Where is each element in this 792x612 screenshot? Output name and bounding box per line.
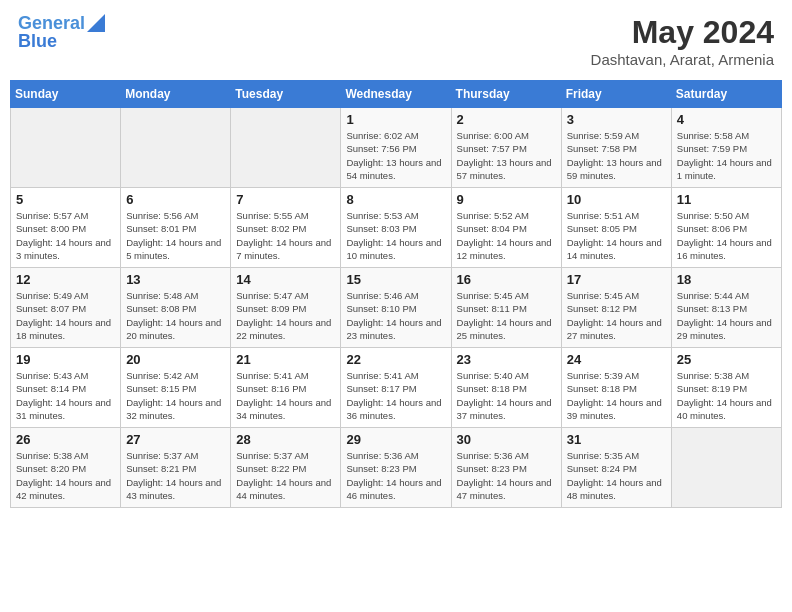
day-info: Sunrise: 5:41 AMSunset: 8:17 PMDaylight:…: [346, 369, 445, 422]
day-number: 19: [16, 352, 115, 367]
day-info: Sunrise: 5:40 AMSunset: 8:18 PMDaylight:…: [457, 369, 556, 422]
day-info: Sunrise: 5:42 AMSunset: 8:15 PMDaylight:…: [126, 369, 225, 422]
day-info: Sunrise: 5:37 AMSunset: 8:21 PMDaylight:…: [126, 449, 225, 502]
day-number: 21: [236, 352, 335, 367]
calendar-cell: 14Sunrise: 5:47 AMSunset: 8:09 PMDayligh…: [231, 268, 341, 348]
calendar-cell: 31Sunrise: 5:35 AMSunset: 8:24 PMDayligh…: [561, 428, 671, 508]
day-number: 6: [126, 192, 225, 207]
calendar-cell: 3Sunrise: 5:59 AMSunset: 7:58 PMDaylight…: [561, 108, 671, 188]
day-info: Sunrise: 5:37 AMSunset: 8:22 PMDaylight:…: [236, 449, 335, 502]
day-number: 4: [677, 112, 776, 127]
calendar-cell: 28Sunrise: 5:37 AMSunset: 8:22 PMDayligh…: [231, 428, 341, 508]
calendar-cell: [121, 108, 231, 188]
day-info: Sunrise: 5:43 AMSunset: 8:14 PMDaylight:…: [16, 369, 115, 422]
day-info: Sunrise: 5:50 AMSunset: 8:06 PMDaylight:…: [677, 209, 776, 262]
calendar-cell: 21Sunrise: 5:41 AMSunset: 8:16 PMDayligh…: [231, 348, 341, 428]
calendar-cell: 2Sunrise: 6:00 AMSunset: 7:57 PMDaylight…: [451, 108, 561, 188]
calendar-cell: [11, 108, 121, 188]
calendar-cell: 10Sunrise: 5:51 AMSunset: 8:05 PMDayligh…: [561, 188, 671, 268]
day-number: 31: [567, 432, 666, 447]
day-info: Sunrise: 5:36 AMSunset: 8:23 PMDaylight:…: [346, 449, 445, 502]
day-number: 9: [457, 192, 556, 207]
day-number: 23: [457, 352, 556, 367]
svg-marker-0: [87, 14, 105, 32]
week-row-2: 5Sunrise: 5:57 AMSunset: 8:00 PMDaylight…: [11, 188, 782, 268]
calendar-cell: 25Sunrise: 5:38 AMSunset: 8:19 PMDayligh…: [671, 348, 781, 428]
week-row-3: 12Sunrise: 5:49 AMSunset: 8:07 PMDayligh…: [11, 268, 782, 348]
header-cell-wednesday: Wednesday: [341, 81, 451, 108]
day-info: Sunrise: 5:49 AMSunset: 8:07 PMDaylight:…: [16, 289, 115, 342]
day-info: Sunrise: 5:58 AMSunset: 7:59 PMDaylight:…: [677, 129, 776, 182]
calendar-cell: 30Sunrise: 5:36 AMSunset: 8:23 PMDayligh…: [451, 428, 561, 508]
day-info: Sunrise: 5:51 AMSunset: 8:05 PMDaylight:…: [567, 209, 666, 262]
logo-triangle-icon: [87, 14, 105, 32]
day-number: 14: [236, 272, 335, 287]
day-number: 24: [567, 352, 666, 367]
month-title: May 2024: [591, 14, 774, 51]
day-info: Sunrise: 5:38 AMSunset: 8:19 PMDaylight:…: [677, 369, 776, 422]
calendar-cell: [231, 108, 341, 188]
calendar-cell: 8Sunrise: 5:53 AMSunset: 8:03 PMDaylight…: [341, 188, 451, 268]
calendar-cell: 4Sunrise: 5:58 AMSunset: 7:59 PMDaylight…: [671, 108, 781, 188]
day-number: 3: [567, 112, 666, 127]
calendar-cell: 26Sunrise: 5:38 AMSunset: 8:20 PMDayligh…: [11, 428, 121, 508]
day-info: Sunrise: 5:56 AMSunset: 8:01 PMDaylight:…: [126, 209, 225, 262]
day-number: 12: [16, 272, 115, 287]
day-number: 8: [346, 192, 445, 207]
calendar-cell: 13Sunrise: 5:48 AMSunset: 8:08 PMDayligh…: [121, 268, 231, 348]
day-info: Sunrise: 5:52 AMSunset: 8:04 PMDaylight:…: [457, 209, 556, 262]
calendar-cell: [671, 428, 781, 508]
day-number: 5: [16, 192, 115, 207]
calendar-cell: 16Sunrise: 5:45 AMSunset: 8:11 PMDayligh…: [451, 268, 561, 348]
week-row-1: 1Sunrise: 6:02 AMSunset: 7:56 PMDaylight…: [11, 108, 782, 188]
day-number: 18: [677, 272, 776, 287]
calendar-cell: 22Sunrise: 5:41 AMSunset: 8:17 PMDayligh…: [341, 348, 451, 428]
day-info: Sunrise: 5:48 AMSunset: 8:08 PMDaylight:…: [126, 289, 225, 342]
calendar-body: 1Sunrise: 6:02 AMSunset: 7:56 PMDaylight…: [11, 108, 782, 508]
header-cell-friday: Friday: [561, 81, 671, 108]
logo-text-line2: Blue: [18, 32, 57, 52]
day-info: Sunrise: 5:46 AMSunset: 8:10 PMDaylight:…: [346, 289, 445, 342]
day-number: 13: [126, 272, 225, 287]
calendar-cell: 12Sunrise: 5:49 AMSunset: 8:07 PMDayligh…: [11, 268, 121, 348]
calendar-cell: 15Sunrise: 5:46 AMSunset: 8:10 PMDayligh…: [341, 268, 451, 348]
week-row-4: 19Sunrise: 5:43 AMSunset: 8:14 PMDayligh…: [11, 348, 782, 428]
day-info: Sunrise: 6:00 AMSunset: 7:57 PMDaylight:…: [457, 129, 556, 182]
day-info: Sunrise: 5:35 AMSunset: 8:24 PMDaylight:…: [567, 449, 666, 502]
day-number: 1: [346, 112, 445, 127]
header-row: SundayMondayTuesdayWednesdayThursdayFrid…: [11, 81, 782, 108]
calendar-cell: 24Sunrise: 5:39 AMSunset: 8:18 PMDayligh…: [561, 348, 671, 428]
day-info: Sunrise: 5:57 AMSunset: 8:00 PMDaylight:…: [16, 209, 115, 262]
calendar-cell: 27Sunrise: 5:37 AMSunset: 8:21 PMDayligh…: [121, 428, 231, 508]
day-number: 16: [457, 272, 556, 287]
day-number: 26: [16, 432, 115, 447]
day-number: 17: [567, 272, 666, 287]
day-info: Sunrise: 5:44 AMSunset: 8:13 PMDaylight:…: [677, 289, 776, 342]
calendar-cell: 19Sunrise: 5:43 AMSunset: 8:14 PMDayligh…: [11, 348, 121, 428]
header-cell-saturday: Saturday: [671, 81, 781, 108]
location-subtitle: Dashtavan, Ararat, Armenia: [591, 51, 774, 68]
header-cell-tuesday: Tuesday: [231, 81, 341, 108]
day-info: Sunrise: 5:36 AMSunset: 8:23 PMDaylight:…: [457, 449, 556, 502]
day-number: 20: [126, 352, 225, 367]
title-block: May 2024 Dashtavan, Ararat, Armenia: [591, 14, 774, 68]
day-info: Sunrise: 5:39 AMSunset: 8:18 PMDaylight:…: [567, 369, 666, 422]
header-cell-sunday: Sunday: [11, 81, 121, 108]
week-row-5: 26Sunrise: 5:38 AMSunset: 8:20 PMDayligh…: [11, 428, 782, 508]
day-info: Sunrise: 5:55 AMSunset: 8:02 PMDaylight:…: [236, 209, 335, 262]
day-number: 22: [346, 352, 445, 367]
day-number: 30: [457, 432, 556, 447]
calendar-header: SundayMondayTuesdayWednesdayThursdayFrid…: [11, 81, 782, 108]
page-header: General Blue May 2024 Dashtavan, Ararat,…: [10, 10, 782, 72]
day-number: 2: [457, 112, 556, 127]
calendar-cell: 20Sunrise: 5:42 AMSunset: 8:15 PMDayligh…: [121, 348, 231, 428]
day-number: 28: [236, 432, 335, 447]
header-cell-monday: Monday: [121, 81, 231, 108]
day-info: Sunrise: 5:53 AMSunset: 8:03 PMDaylight:…: [346, 209, 445, 262]
day-number: 7: [236, 192, 335, 207]
calendar-cell: 5Sunrise: 5:57 AMSunset: 8:00 PMDaylight…: [11, 188, 121, 268]
logo: General Blue: [18, 14, 105, 52]
day-info: Sunrise: 5:47 AMSunset: 8:09 PMDaylight:…: [236, 289, 335, 342]
calendar-cell: 11Sunrise: 5:50 AMSunset: 8:06 PMDayligh…: [671, 188, 781, 268]
calendar-cell: 9Sunrise: 5:52 AMSunset: 8:04 PMDaylight…: [451, 188, 561, 268]
